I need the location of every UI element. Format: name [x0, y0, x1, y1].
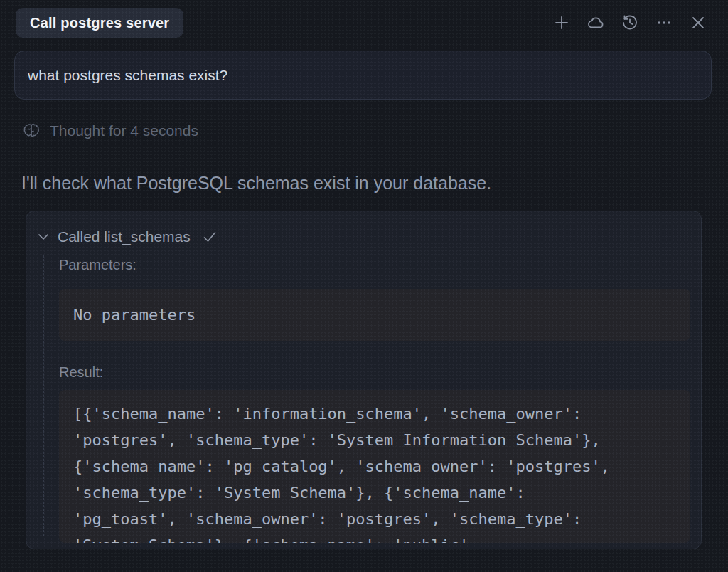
user-message-text: what postgres schemas exist?: [28, 67, 228, 84]
assistant-message: I'll check what PostgreSQL schemas exist…: [21, 171, 690, 195]
parameters-code-block: No parameters: [59, 289, 690, 341]
user-message-box[interactable]: what postgres schemas exist?: [14, 51, 712, 100]
parameters-value: No parameters: [73, 306, 196, 324]
brain-icon: [23, 122, 41, 139]
parameters-label: Parameters:: [59, 257, 136, 273]
thinking-label: Thought for 4 seconds: [50, 122, 198, 139]
more-options-button[interactable]: [655, 14, 673, 31]
result-line: 'schema_type': 'System Schema'}, {'schem…: [73, 480, 676, 506]
cloud-icon: [587, 15, 605, 31]
window-toolbar: [553, 14, 707, 31]
tool-call-panel: Called list_schemas Parameters: No param…: [26, 211, 702, 549]
result-line: 'System Schema'}, {'schema_name': 'publi…: [73, 532, 676, 543]
thinking-summary[interactable]: Thought for 4 seconds: [23, 122, 198, 139]
chat-window: Call postgres server: [0, 0, 728, 572]
close-icon: [690, 15, 706, 31]
collapse-guide-line: [43, 255, 44, 536]
window-title: Call postgres server: [30, 15, 169, 31]
result-code-block[interactable]: [{'schema_name': 'information_schema', '…: [59, 390, 690, 543]
chevron-down-icon: [36, 230, 50, 244]
success-check-icon: [202, 229, 218, 245]
history-icon: [621, 14, 638, 31]
history-button[interactable]: [621, 14, 638, 31]
result-line: 'pg_toast', 'schema_owner': 'postgres', …: [73, 506, 676, 532]
cloud-sync-button[interactable]: [587, 14, 604, 31]
result-line: {'schema_name': 'pg_catalog', 'schema_ow…: [73, 453, 676, 480]
tool-call-title: Called list_schemas: [58, 228, 191, 245]
plus-icon: [554, 15, 569, 31]
tool-call-header[interactable]: Called list_schemas: [36, 228, 218, 245]
ellipsis-icon: [655, 14, 673, 31]
close-window-button[interactable]: [690, 14, 707, 31]
window-title-chip[interactable]: Call postgres server: [16, 8, 183, 38]
result-label: Result:: [59, 364, 103, 381]
result-line: [{'schema_name': 'information_schema', '…: [73, 401, 676, 427]
result-line: 'postgres', 'schema_type': 'System Infor…: [73, 427, 676, 453]
new-chat-button[interactable]: [553, 14, 570, 31]
